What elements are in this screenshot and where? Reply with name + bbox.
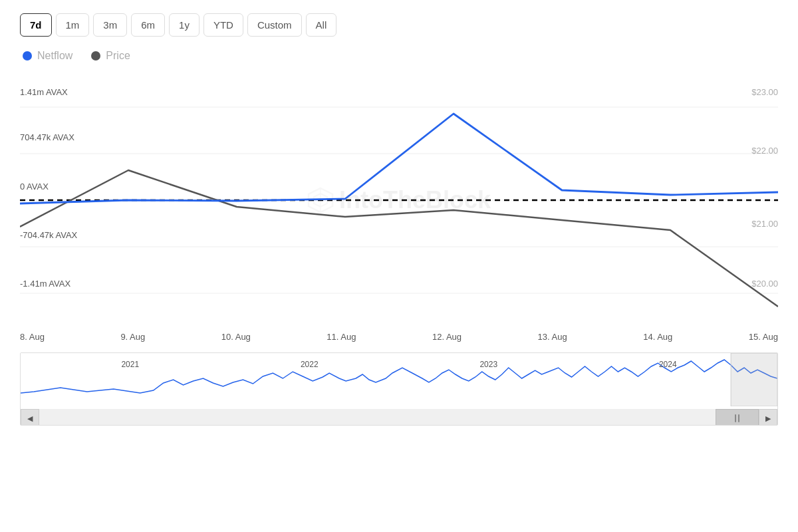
nav-year-2024: 2024 [659, 360, 677, 369]
x-label-7: 15. Aug [749, 332, 778, 342]
scroll-right-btn[interactable]: ▶ [759, 409, 777, 426]
x-label-6: 14. Aug [643, 332, 672, 342]
nav-year-2023: 2023 [479, 360, 497, 369]
netflow-dot [23, 51, 32, 61]
time-range-bar: 7d 1m 3m 6m 1y YTD Custom All [20, 13, 778, 37]
x-label-3: 11. Aug [327, 332, 356, 342]
scroll-left-btn[interactable]: ◀ [21, 409, 39, 426]
x-label-4: 12. Aug [432, 332, 462, 342]
main-chart-svg [20, 74, 778, 327]
legend-netflow: Netflow [23, 50, 72, 62]
btn-3m[interactable]: 3m [93, 13, 127, 37]
x-label-1: 9. Aug [120, 332, 145, 342]
btn-7d[interactable]: 7d [20, 13, 52, 37]
scroll-track[interactable] [39, 409, 759, 426]
btn-1y[interactable]: 1y [169, 13, 200, 37]
thumb-line-2 [738, 414, 739, 422]
btn-6m[interactable]: 6m [131, 13, 165, 37]
navigator-scrollbar: ◀ ▶ [21, 409, 777, 426]
main-chart-area: IntoTheBlock [20, 74, 778, 327]
netflow-label: Netflow [37, 50, 72, 62]
nav-year-2021: 2021 [121, 360, 139, 369]
legend-price: Price [91, 50, 130, 62]
x-label-0: 8. Aug [20, 332, 45, 342]
price-label: Price [106, 50, 130, 62]
x-axis: 8. Aug 9. Aug 10. Aug 11. Aug 12. Aug 13… [20, 328, 778, 348]
price-dot [91, 51, 100, 61]
scroll-thumb[interactable] [716, 409, 759, 426]
scroll-thumb-handle [735, 414, 739, 422]
btn-all[interactable]: All [306, 13, 337, 37]
main-container: 7d 1m 3m 6m 1y YTD Custom All Netflow Pr… [0, 0, 798, 532]
btn-1m[interactable]: 1m [56, 13, 90, 37]
legend: Netflow Price [20, 50, 778, 62]
thumb-line-1 [735, 414, 736, 422]
x-label-5: 13. Aug [538, 332, 567, 342]
x-label-2: 10. Aug [221, 332, 251, 342]
btn-custom[interactable]: Custom [247, 13, 302, 37]
btn-ytd[interactable]: YTD [203, 13, 243, 37]
nav-year-2022: 2022 [301, 360, 319, 369]
navigator-container[interactable]: 2021 2022 2023 2024 ◀ ▶ [20, 352, 778, 426]
